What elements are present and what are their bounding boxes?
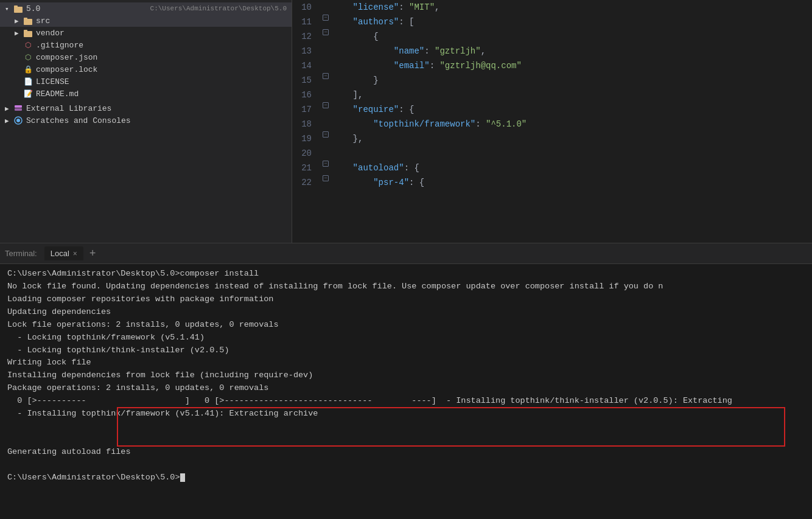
line-num-12: 12 xyxy=(292,29,321,44)
terminal-line-14: C:\Users\Administrator\Desktop\5.0> xyxy=(7,472,805,484)
code-text-15: } xyxy=(330,73,812,88)
terminal-panel: Terminal: Local × + C:\Users\Administrat… xyxy=(0,243,812,519)
svg-point-9 xyxy=(16,119,20,122)
tree-item-ext-libs-label: External Libraries xyxy=(26,104,287,113)
ext-libs-icon xyxy=(13,103,23,113)
scratches-icon xyxy=(13,116,23,125)
tree-item-composer-json[interactable]: ▶ ⬡ composer.json xyxy=(0,51,292,63)
tree-root[interactable]: ▾ 5.0 C:\Users\Administrator\Desktop\5.0 xyxy=(0,2,292,15)
ext-libs-arrow: ▶ xyxy=(5,105,13,113)
line-num-15: 15 xyxy=(292,73,321,88)
line-num-10: 10 xyxy=(292,0,321,15)
code-text-17: "require": { xyxy=(330,102,812,117)
code-line-16: 16 ], xyxy=(292,88,812,102)
terminal-cursor xyxy=(180,473,185,482)
tree-root-label: 5.0 xyxy=(26,4,147,13)
fold-22[interactable]: − xyxy=(321,175,330,181)
code-text-12: { xyxy=(330,29,812,44)
line-num-20: 20 xyxy=(292,146,321,161)
svg-rect-6 xyxy=(15,105,22,108)
line-num-14: 14 xyxy=(292,58,321,73)
code-line-14: 14 "email": "gztrljh@qq.com" xyxy=(292,58,812,73)
code-text-20 xyxy=(330,146,812,161)
code-text-18: "topthink/framework": "^5.1.0" xyxy=(330,117,812,131)
tree-item-license[interactable]: ▶ 📄 LICENSE xyxy=(0,75,292,88)
tree-item-src-label: src xyxy=(36,16,287,26)
fold-11[interactable]: − xyxy=(321,15,330,21)
line-num-22: 22 xyxy=(292,175,321,190)
terminal-tabs: Terminal: Local × + xyxy=(0,243,812,264)
code-line-11: 11 − "authors": [ xyxy=(292,15,812,29)
tree-item-scratches[interactable]: ▶ Scratches and Consoles xyxy=(0,114,292,127)
tree-root-path: C:\Users\Administrator\Desktop\5.0 xyxy=(150,5,287,12)
license-icon: 📄 xyxy=(23,77,33,86)
composer-json-icon: ⬡ xyxy=(23,52,33,62)
fold-12[interactable]: − xyxy=(321,29,330,35)
root-folder-icon xyxy=(13,4,23,13)
terminal-line-11: - Installing topthink/framework (v5.1.41… xyxy=(7,408,805,446)
svg-rect-7 xyxy=(15,108,22,111)
tree-item-scratches-label: Scratches and Consoles xyxy=(26,116,287,125)
vendor-arrow: ▶ xyxy=(15,29,23,37)
tree-item-composer-json-label: composer.json xyxy=(36,53,287,62)
tree-item-readme[interactable]: ▶ 📝 README.md xyxy=(0,88,292,100)
scratches-arrow: ▶ xyxy=(5,117,13,125)
code-line-21: 21 − "autoload": { xyxy=(292,161,812,175)
terminal-line-1: No lock file found. Updating dependencie… xyxy=(7,280,805,293)
terminal-output[interactable]: C:\Users\Administrator\Desktop\5.0>compo… xyxy=(0,264,812,519)
line-num-11: 11 xyxy=(292,15,321,29)
code-line-10: 10 "license": "MIT", xyxy=(292,0,812,15)
tree-item-vendor-label: vendor xyxy=(36,29,287,38)
code-text-14: "email": "gztrljh@qq.com" xyxy=(330,58,812,73)
code-line-19: 19 − }, xyxy=(292,131,812,146)
composer-lock-icon: 🔒 xyxy=(23,64,33,74)
code-text-11: "authors": [ xyxy=(330,15,812,29)
vendor-folder-icon xyxy=(23,28,33,38)
tree-item-license-label: LICENSE xyxy=(36,77,287,86)
fold-19[interactable]: − xyxy=(321,131,330,138)
terminal-line-10: 0 [>---------- ] 0 [>-------------------… xyxy=(7,395,805,408)
code-text-19: }, xyxy=(330,131,812,146)
terminal-line-6: - Locking topthink/think-installer (v2.0… xyxy=(7,344,805,357)
terminal-line-13 xyxy=(7,459,805,472)
tree-item-gitignore[interactable]: ▶ ⬡ .gitignore xyxy=(0,39,292,51)
tree-item-vendor[interactable]: ▶ vendor xyxy=(0,27,292,39)
terminal-label: Terminal: xyxy=(5,249,37,258)
code-line-20: 20 xyxy=(292,146,812,161)
tree-item-readme-label: README.md xyxy=(36,89,287,99)
file-tree: ▾ 5.0 C:\Users\Administrator\Desktop\5.0… xyxy=(0,0,292,243)
readme-icon: 📝 xyxy=(23,89,33,99)
fold-15[interactable]: − xyxy=(321,73,330,79)
line-num-17: 17 xyxy=(292,102,321,117)
terminal-tab-close[interactable]: × xyxy=(73,249,77,258)
terminal-line-4: Lock file operations: 2 installs, 0 upda… xyxy=(7,319,805,332)
tree-item-gitignore-label: .gitignore xyxy=(36,41,287,50)
svg-rect-3 xyxy=(24,18,27,20)
tree-item-composer-lock[interactable]: ▶ 🔒 composer.lock xyxy=(0,63,292,75)
tree-item-src[interactable]: ▶ src xyxy=(0,15,292,27)
code-text-10: "license": "MIT", xyxy=(330,0,812,15)
code-text-22: "psr-4": { xyxy=(330,175,812,190)
add-terminal-tab-button[interactable]: + xyxy=(86,248,100,259)
terminal-line-3: Updating dependencies xyxy=(7,306,805,319)
terminal-tab-local[interactable]: Local × xyxy=(44,246,83,260)
tree-item-ext-libs[interactable]: ▶ External Libraries xyxy=(0,102,292,114)
fold-21[interactable]: − xyxy=(321,161,330,167)
code-line-18: 18 "topthink/framework": "^5.1.0" xyxy=(292,117,812,131)
terminal-line-2: Loading composer repositories with packa… xyxy=(7,293,805,306)
terminal-tab-local-label: Local xyxy=(51,249,69,258)
line-num-16: 16 xyxy=(292,88,321,102)
code-text-13: "name": "gztrljh", xyxy=(330,44,812,58)
terminal-line-7: Writing lock file xyxy=(7,357,805,369)
tree-item-composer-lock-label: composer.lock xyxy=(36,65,287,74)
code-line-12: 12 − { xyxy=(292,29,812,44)
code-line-22: 22 − "psr-4": { xyxy=(292,175,812,190)
terminal-line-12: Generating autoload files xyxy=(7,446,805,459)
line-num-13: 13 xyxy=(292,44,321,58)
fold-17[interactable]: − xyxy=(321,102,330,108)
src-arrow: ▶ xyxy=(15,17,23,25)
code-content: 10 "license": "MIT", 11 − "authors": [ 1… xyxy=(292,0,812,190)
highlight-box xyxy=(117,407,785,447)
code-line-13: 13 "name": "gztrljh", xyxy=(292,44,812,58)
terminal-line-5: - Locking topthink/framework (v5.1.41) xyxy=(7,332,805,344)
